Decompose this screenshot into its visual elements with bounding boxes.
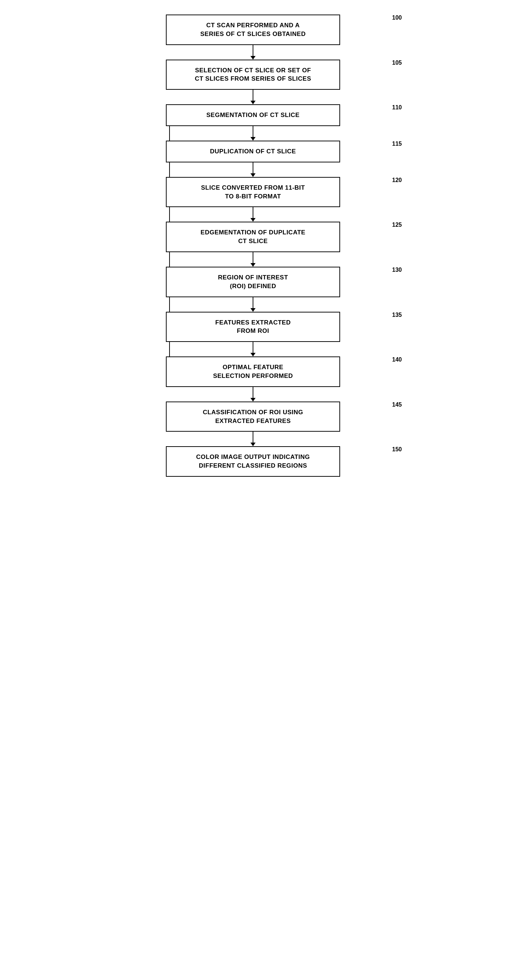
step-number-150: 150	[392, 446, 402, 453]
step-row-115: DUPLICATION OF CT SLICE 115	[126, 141, 380, 177]
step-row-105: SELECTION OF CT SLICE OR SET OF CT SLICE…	[126, 60, 380, 105]
arrow-line	[253, 162, 253, 173]
flow-box-100: CT SCAN PERFORMED AND A SERIES OF CT SLI…	[166, 14, 340, 45]
step-row-120: SLICE CONVERTED FROM 11-BIT TO 8-BIT FOR…	[126, 177, 380, 222]
arrow-head	[251, 398, 255, 401]
arrow-120-125	[251, 207, 255, 222]
flow-box-120: SLICE CONVERTED FROM 11-BIT TO 8-BIT FOR…	[166, 177, 340, 207]
step-115-label: DUPLICATION OF CT SLICE	[210, 148, 296, 155]
step-150-label-1: COLOR IMAGE OUTPUT INDICATING	[196, 453, 310, 460]
arrow-head	[251, 263, 255, 267]
step-145-label-2: EXTRACTED FEATURES	[215, 417, 291, 425]
flowchart: CT SCAN PERFORMED AND A SERIES OF CT SLI…	[126, 14, 380, 477]
arrow-110-115	[251, 126, 255, 141]
step-140-label-2: SELECTION PERFORMED	[213, 372, 293, 379]
box-wrapper-135: FEATURES EXTRACTED FROM ROI 135	[126, 312, 380, 342]
step-100-label-2: SERIES OF CT SLICES OBTAINED	[200, 30, 306, 37]
step-row-100: CT SCAN PERFORMED AND A SERIES OF CT SLI…	[126, 14, 380, 60]
box-wrapper-140: OPTIMAL FEATURE SELECTION PERFORMED 140	[126, 356, 380, 387]
flow-box-125: EDGEMENTATION OF DUPLICATE CT SLICE	[166, 222, 340, 252]
step-145-label-1: CLASSIFICATION OF ROI USING	[203, 409, 303, 416]
box-wrapper-120: SLICE CONVERTED FROM 11-BIT TO 8-BIT FOR…	[126, 177, 380, 207]
step-125-label-1: EDGEMENTATION OF DUPLICATE	[201, 229, 306, 236]
step-130-label-1: REGION OF INTEREST	[218, 274, 288, 281]
arrow-145-150	[251, 432, 255, 446]
arrow-115-120	[251, 162, 255, 177]
step-row-145: CLASSIFICATION OF ROI USING EXTRACTED FE…	[126, 401, 380, 447]
step-row-150: COLOR IMAGE OUTPUT INDICATING DIFFERENT …	[126, 446, 380, 477]
step-100-label: CT SCAN PERFORMED AND A	[206, 22, 300, 29]
arrow-125-130	[251, 252, 255, 267]
arrow-135-140	[251, 342, 255, 356]
arrow-line	[253, 297, 253, 308]
arrow-140-145	[251, 387, 255, 401]
arrow-105-110	[251, 90, 255, 104]
step-row-135: FEATURES EXTRACTED FROM ROI 135	[126, 312, 380, 357]
flow-box-150: COLOR IMAGE OUTPUT INDICATING DIFFERENT …	[166, 446, 340, 477]
arrow-line	[253, 126, 253, 137]
arrow-line	[253, 252, 253, 263]
flow-box-115: DUPLICATION OF CT SLICE	[166, 141, 340, 162]
box-wrapper-110: SEGMENTATION OF CT SLICE 110	[126, 104, 380, 126]
step-135-label-1: FEATURES EXTRACTED	[215, 319, 291, 326]
arrow-head	[251, 173, 255, 177]
step-130-label-2: (ROI) DEFINED	[230, 283, 276, 290]
arrow-line	[253, 207, 253, 218]
arrow-130-135	[251, 297, 255, 312]
feedback-section: SEGMENTATION OF CT SLICE 110 DUPLICATION…	[126, 104, 380, 312]
step-105-label-2: CT SLICES FROM SERIES OF SLICES	[195, 75, 311, 82]
step-row-140: OPTIMAL FEATURE SELECTION PERFORMED 140	[126, 356, 380, 401]
flow-box-145: CLASSIFICATION OF ROI USING EXTRACTED FE…	[166, 401, 340, 432]
arrow-head	[251, 56, 255, 60]
arrow-line	[253, 45, 253, 56]
step-105-label-1: SELECTION OF CT SLICE OR SET OF	[195, 67, 311, 74]
arrow-head	[251, 101, 255, 104]
flow-box-140: OPTIMAL FEATURE SELECTION PERFORMED	[166, 356, 340, 387]
flow-box-130: REGION OF INTEREST (ROI) DEFINED	[166, 267, 340, 297]
step-number-110: 110	[392, 104, 402, 111]
box-wrapper-145: CLASSIFICATION OF ROI USING EXTRACTED FE…	[126, 401, 380, 432]
step-number-145: 145	[392, 401, 402, 408]
arrow-line	[253, 387, 253, 398]
step-140-label-1: OPTIMAL FEATURE	[222, 364, 283, 371]
step-150-label-2: DIFFERENT CLASSIFIED REGIONS	[199, 462, 307, 469]
step-number-105: 105	[392, 60, 402, 66]
arrow-line	[253, 342, 253, 353]
step-110-label: SEGMENTATION OF CT SLICE	[206, 111, 300, 118]
step-125-label-2: CT SLICE	[238, 238, 268, 245]
box-wrapper-115: DUPLICATION OF CT SLICE 115	[126, 141, 380, 162]
step-row-110: SEGMENTATION OF CT SLICE 110	[126, 104, 380, 141]
arrow-head	[251, 308, 255, 312]
arrow-head	[251, 442, 255, 446]
flow-box-105: SELECTION OF CT SLICE OR SET OF CT SLICE…	[166, 60, 340, 90]
step-number-135: 135	[392, 312, 402, 318]
step-120-label-1: SLICE CONVERTED FROM 11-BIT	[201, 184, 305, 191]
step-120-label-2: TO 8-BIT FORMAT	[225, 193, 281, 200]
flow-box-135: FEATURES EXTRACTED FROM ROI	[166, 312, 340, 342]
arrow-100-105	[251, 45, 255, 60]
box-wrapper-150: COLOR IMAGE OUTPUT INDICATING DIFFERENT …	[126, 446, 380, 477]
arrow-head	[251, 137, 255, 141]
step-number-130: 130	[392, 267, 402, 273]
step-row-125: EDGEMENTATION OF DUPLICATE CT SLICE 125	[126, 222, 380, 267]
box-wrapper-100: CT SCAN PERFORMED AND A SERIES OF CT SLI…	[126, 14, 380, 45]
box-wrapper-130: REGION OF INTEREST (ROI) DEFINED 130	[126, 267, 380, 297]
step-135-label-2: FROM ROI	[237, 328, 269, 334]
flow-box-110: SEGMENTATION OF CT SLICE	[166, 104, 340, 126]
arrow-line	[253, 90, 253, 101]
step-number-100: 100	[392, 14, 402, 21]
arrow-head	[251, 353, 255, 356]
arrow-line	[253, 432, 253, 442]
step-number-120: 120	[392, 177, 402, 183]
box-wrapper-105: SELECTION OF CT SLICE OR SET OF CT SLICE…	[126, 60, 380, 90]
step-number-115: 115	[392, 141, 402, 147]
step-number-125: 125	[392, 222, 402, 228]
arrow-head	[251, 218, 255, 222]
box-wrapper-125: EDGEMENTATION OF DUPLICATE CT SLICE 125	[126, 222, 380, 252]
step-row-130: REGION OF INTEREST (ROI) DEFINED 130	[126, 267, 380, 312]
step-number-140: 140	[392, 356, 402, 363]
